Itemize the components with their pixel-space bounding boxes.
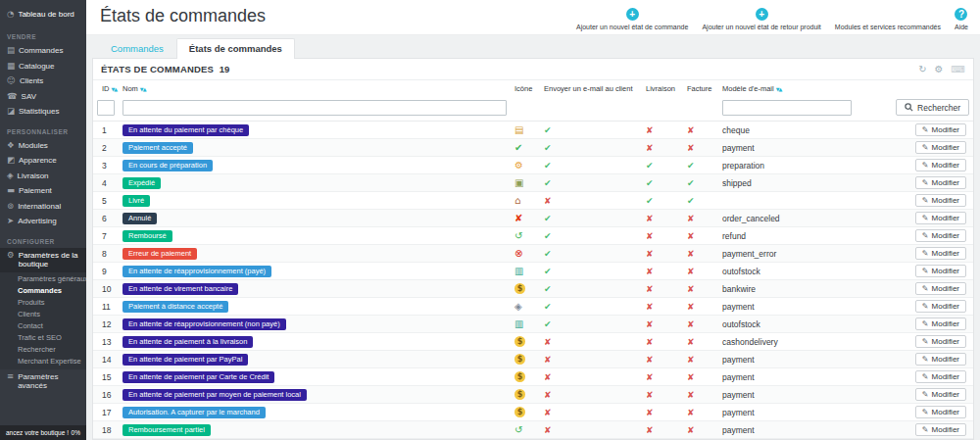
sidebar-item-advertising[interactable]: ➤Advertising — [0, 214, 86, 229]
check-icon: ✔ — [544, 161, 552, 171]
col-header-email: Envoyer un e-mail au client — [544, 84, 632, 93]
status-badge: En cours de préparation — [122, 160, 213, 171]
edit-button[interactable]: ✎Modifier — [915, 300, 966, 313]
check-icon: ✔ — [646, 196, 654, 206]
edit-button[interactable]: ✎Modifier — [915, 194, 966, 207]
search-button-label: Rechercher — [917, 103, 960, 113]
header-action-help[interactable]: ?Aide — [955, 8, 968, 30]
onboarding-footer[interactable]: ancez votre boutique ! 0% — [0, 425, 86, 440]
sidebar-item-payment[interactable]: ▬Paiement — [0, 183, 86, 199]
cross-icon: ✘ — [687, 231, 695, 241]
sidebar-item-label: Apparence — [19, 156, 57, 166]
edit-button[interactable]: ✎Modifier — [915, 265, 966, 277]
sidebar-item-catalog[interactable]: ▦Catalogue — [0, 59, 86, 74]
status-row: 10En attente de virement bancaire$✔✘✘ban… — [93, 280, 973, 298]
edit-button[interactable]: ✎Modifier — [915, 353, 966, 366]
edit-button[interactable]: ✎Modifier — [915, 335, 966, 348]
edit-button[interactable]: ✎Modifier — [915, 406, 966, 418]
refresh-icon[interactable]: ↻ — [918, 64, 926, 74]
keyboard-icon[interactable]: ⌨ — [952, 64, 965, 74]
edit-button[interactable]: ✎Modifier — [915, 388, 966, 401]
sidebar-subitem-products[interactable]: Produits — [0, 297, 86, 309]
edit-button-label: Modifier — [932, 178, 959, 187]
edit-button[interactable]: ✎Modifier — [915, 141, 966, 154]
filter-template-input[interactable] — [722, 100, 852, 116]
edit-button[interactable]: ✎Modifier — [915, 159, 966, 171]
customer-service-icon: ☎ — [7, 92, 18, 102]
cross-icon: ✘ — [687, 267, 695, 276]
sidebar-item-shop-parameters[interactable]: ⚙Paramètres de la boutique — [0, 248, 86, 272]
sidebar-item-international[interactable]: ⊚International — [0, 199, 86, 215]
sidebar-subitem-merchant-expertise[interactable]: Merchant Expertise — [0, 356, 86, 367]
status-id: 3 — [93, 157, 119, 174]
sidebar-item-design[interactable]: ◩Apparence — [0, 153, 86, 169]
sidebar-item-customers[interactable]: ☺Clients — [0, 73, 86, 89]
settings-icon[interactable]: ⚙ — [935, 64, 944, 74]
sidebar-item-orders[interactable]: ▤Commandes — [0, 43, 86, 59]
edit-button-label: Modifier — [932, 231, 959, 240]
edit-button[interactable]: ✎Modifier — [915, 318, 966, 330]
main-content: États de commandes +Ajouter un nouvel ét… — [86, 0, 980, 440]
pencil-icon: ✎ — [922, 355, 929, 364]
payment-icon: ▬ — [7, 186, 15, 196]
status-template — [718, 192, 865, 210]
edit-button-label: Modifier — [932, 143, 959, 152]
status-id: 16 — [93, 386, 119, 404]
filter-name-input[interactable] — [122, 100, 507, 116]
cross-icon: ✘ — [646, 267, 654, 276]
header-action-add-return-state[interactable]: +Ajouter un nouvel état de retour produi… — [702, 8, 820, 30]
sort-id-icon[interactable]: ▼▲ — [112, 86, 118, 92]
sidebar-subitem-traffic-seo[interactable]: Trafic et SEO — [0, 332, 86, 344]
sidebar-subitem-search[interactable]: Rechercher — [0, 344, 86, 356]
edit-button-label: Modifier — [932, 267, 959, 275]
edit-button[interactable]: ✎Modifier — [915, 212, 966, 224]
sidebar-item-customer-service[interactable]: ☎SAV — [0, 89, 86, 105]
onboarding-label: ancez votre boutique ! — [6, 429, 69, 436]
sidebar-item-label: Clients — [20, 76, 43, 86]
sort-template-icon[interactable]: ▼▲ — [776, 86, 782, 92]
sidebar-item-modules[interactable]: ❖Modules — [0, 138, 86, 154]
tab-etats-de-commandes[interactable]: États de commandes — [176, 38, 295, 59]
sidebar-item-advanced-parameters[interactable]: ≡Paramètres avancés — [0, 369, 86, 394]
edit-button[interactable]: ✎Modifier — [915, 282, 966, 295]
status-row: 13En attente de paiement à la livraison$… — [93, 333, 973, 351]
edit-button-label: Modifier — [932, 302, 959, 311]
sidebar-subitem-customer-settings[interactable]: Clients — [0, 309, 86, 320]
header-action-recommended-modules[interactable]: Modules et services recommandés — [835, 24, 941, 30]
status-badge: Paiement accepté — [122, 142, 193, 154]
search-button[interactable]: Rechercher — [896, 99, 969, 116]
sidebar-item-stats[interactable]: ◪Statistiques — [0, 104, 86, 120]
filter-id-input[interactable] — [97, 100, 115, 116]
pencil-icon: ✎ — [922, 267, 929, 275]
cross-icon: ✘ — [646, 214, 654, 223]
cross-icon: ✘ — [544, 196, 552, 206]
cross-icon: ✘ — [646, 319, 654, 329]
cross-icon: ✘ — [687, 302, 695, 312]
header-action-add-order-state[interactable]: +Ajouter un nouvel état de commande — [576, 8, 688, 30]
sidebar-subitem-order-settings[interactable]: Commandes — [0, 285, 86, 297]
edit-button[interactable]: ✎Modifier — [915, 247, 966, 260]
status-template: cheque — [718, 122, 865, 139]
sidebar-item-label: Livraison — [18, 171, 49, 181]
page-header: États de commandes +Ajouter un nouvel ét… — [86, 0, 980, 35]
dashboard-label: Tableau de bord — [18, 10, 74, 19]
edit-button[interactable]: ✎Modifier — [915, 370, 966, 383]
cross-icon: ✘ — [544, 390, 552, 400]
status-id: 5 — [93, 192, 119, 210]
sidebar-item-shipping[interactable]: ◈Livraison — [0, 169, 86, 184]
sort-name-icon[interactable]: ▼▲ — [140, 86, 146, 92]
sidebar-item-dashboard[interactable]: ◔ Tableau de bord — [0, 0, 86, 24]
status-row: 5Livré⌂✘✔✔✎Modifier — [93, 192, 973, 210]
edit-button[interactable]: ✎Modifier — [915, 229, 966, 242]
sidebar-subitem-general[interactable]: Paramètres généraux — [0, 273, 86, 285]
tab-commandes[interactable]: Commandes — [98, 38, 176, 59]
cross-icon: ✘ — [687, 355, 695, 365]
check-icon: ✔ — [687, 178, 695, 188]
edit-button[interactable]: ✎Modifier — [915, 423, 966, 436]
edit-button[interactable]: ✎Modifier — [915, 176, 966, 189]
cross-icon: ✘ — [646, 284, 654, 294]
edit-button[interactable]: ✎Modifier — [915, 123, 966, 136]
pencil-icon: ✎ — [922, 196, 929, 205]
sidebar-subitem-contact[interactable]: Contact — [0, 320, 86, 332]
status-template: order_canceled — [718, 210, 865, 227]
